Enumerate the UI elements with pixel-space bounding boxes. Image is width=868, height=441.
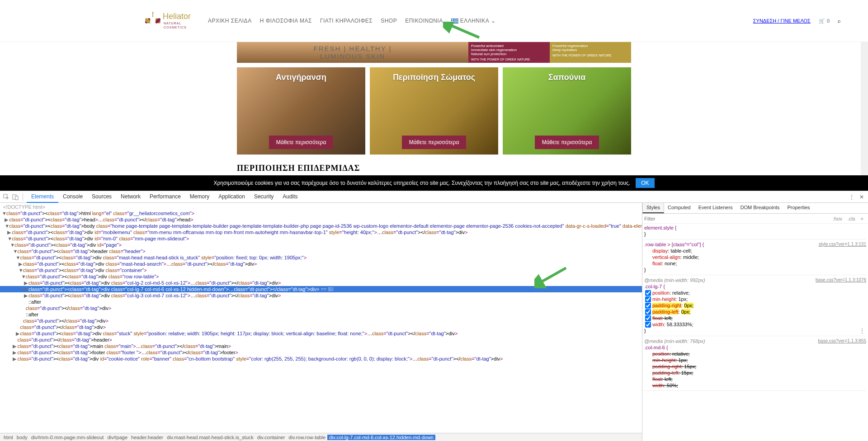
breadcrumb-item[interactable]: header.header (129, 435, 165, 440)
nav-home[interactable]: ΑΡΧΙΚΗ ΣΕΛΙΔΑ (208, 18, 252, 24)
svg-line-14 (448, 24, 479, 38)
annotation-arrow-top (443, 22, 484, 40)
add-rule-icon[interactable]: + (858, 216, 866, 221)
css-decl-checkbox[interactable] (645, 309, 651, 315)
inspect-icon[interactable] (3, 193, 10, 201)
learn-more-button[interactable]: Μάθετε περισσότερα (269, 136, 334, 149)
devtools-toolbar: Elements Console Sources Network Perform… (0, 191, 868, 203)
svg-point-3 (155, 17, 162, 24)
device-toggle-icon[interactable] (12, 193, 19, 201)
hero-mid-panel: Powerful antioxidant Immediate skin rege… (468, 42, 550, 63)
learn-more-button[interactable]: Μάθετε περισσότερα (402, 136, 467, 149)
tab-performance[interactable]: Performance (145, 191, 185, 203)
tab-security[interactable]: Security (250, 191, 278, 203)
hero-line1: FRESH | HEALTHY | (314, 45, 392, 52)
card-title: Περιποίηση Σώματος (375, 73, 493, 82)
elements-breadcrumb[interactable]: htmlbodydiv#mm-0.mm-page.mm-slideoutdiv#… (0, 433, 642, 441)
devtools-panel: Elements Console Sources Network Perform… (0, 191, 868, 441)
logo-line2: COSMETICS (164, 26, 187, 29)
chevron-down-icon: ⌄ (491, 18, 496, 24)
tab-audits[interactable]: Audits (278, 191, 302, 203)
svg-rect-13 (451, 19, 454, 20)
website-viewport: Heliator NATURAL COSMETICS ΑΡΧΙΚΗ ΣΕΛΙΔΑ… (0, 0, 868, 191)
styles-tab-styles[interactable]: Styles (642, 203, 664, 213)
logo[interactable]: Heliator NATURAL COSMETICS (145, 7, 199, 34)
hero-mid-bottom: WITH THE POWER OF GREEK NATURE (471, 58, 547, 61)
nav-contact[interactable]: ΕΠΙΚΟΙΝΩΝΙΑ (405, 18, 443, 24)
svg-line-18 (538, 268, 566, 284)
nav-philosophy[interactable]: Η ΦΙΛΟΣΟΦΙΑ ΜΑΣ (260, 18, 312, 24)
styles-pane: Styles Computed Event Listeners DOM Brea… (642, 203, 868, 441)
styles-filter-input[interactable] (644, 216, 830, 221)
hero-line2: LUMINOUS SKIN (320, 52, 385, 60)
svg-rect-17 (15, 196, 18, 200)
cart-count: 0 (827, 18, 830, 23)
nav-shop[interactable]: SHOP (381, 18, 397, 24)
breadcrumb-item[interactable]: div#mm-0.mm-page.mm-slideout (29, 435, 106, 440)
tab-elements[interactable]: Elements (27, 191, 58, 203)
styles-filter-row: :hov .cls + (642, 214, 868, 224)
styles-tab-computed[interactable]: Computed (664, 203, 695, 213)
card-soaps[interactable]: Σαπούνια Μάθετε περισσότερα (503, 67, 631, 155)
css-decl-checkbox[interactable] (645, 303, 651, 309)
section-title: ΠΕΡΙΠΟΙΗΣΗ ΕΠΙΔΕΡΜΙΔΑΣ (237, 164, 631, 173)
hero-mid3: Natural sun protection (471, 52, 547, 56)
kebab-icon[interactable]: ⋮ (859, 328, 865, 334)
tab-application[interactable]: Application (214, 191, 250, 203)
tab-network[interactable]: Network (116, 191, 145, 203)
close-icon[interactable]: ✕ (858, 193, 865, 201)
hero-right-bottom: WITH THE POWER OF GREEK NATURE (552, 54, 628, 57)
css-decl-checkbox[interactable] (645, 315, 651, 321)
css-decl-checkbox[interactable] (645, 296, 651, 302)
breadcrumb-item[interactable]: body (15, 435, 29, 440)
tab-sources[interactable]: Sources (87, 191, 116, 203)
hero-mid2: Immediate skin regeneration (471, 48, 547, 52)
breadcrumb-item[interactable]: div.container (255, 435, 287, 440)
cart-icon: 🛒 (819, 18, 825, 24)
hov-toggle[interactable]: :hov (830, 216, 845, 221)
login-link[interactable]: ΣΥΝΔΕΣΗ / ΓΙΝΕ ΜΕΛΟΣ (753, 18, 811, 23)
cart-button[interactable]: 🛒 0 (819, 18, 830, 24)
search-icon[interactable]: ⌕ (838, 18, 841, 23)
card-title: Αντιγήρανση (242, 73, 360, 82)
hero-mid1: Powerful antioxidant (471, 44, 547, 48)
hero-main: FRESH | HEALTHY | LUMINOUS SKIN (237, 42, 468, 63)
header-right: ΣΥΝΔΕΣΗ / ΓΙΝΕ ΜΕΛΟΣ 🛒 0 ⌕ (753, 18, 841, 24)
cookie-text: Χρησιμοποιούμε cookies για να σας παρέχο… (213, 180, 630, 186)
annotation-arrow-styles (534, 266, 571, 288)
cookie-accept-button[interactable]: OK (636, 178, 654, 188)
hero-right1: Powerful regeneration (552, 44, 628, 48)
breadcrumb-item[interactable]: div.col-lg-7.col-md-6.col-xs-12.hidden-m… (327, 435, 435, 440)
cls-toggle[interactable]: .cls (845, 216, 858, 221)
tab-memory[interactable]: Memory (185, 191, 214, 203)
breadcrumb-item[interactable]: html (2, 435, 15, 440)
hero-right-panel: Powerful regeneration Deep hydration WIT… (550, 42, 631, 63)
category-cards: Αντιγήρανση Μάθετε περισσότερα Περιποίησ… (237, 67, 631, 155)
learn-more-button[interactable]: Μάθετε περισσότερα (535, 136, 599, 149)
kebab-icon[interactable]: ⋮ (848, 193, 855, 201)
hero-banner: FRESH | HEALTHY | LUMINOUS SKIN Powerful… (237, 42, 631, 63)
tab-console[interactable]: Console (58, 191, 87, 203)
devtools-tabs: Elements Console Sources Network Perform… (27, 191, 302, 203)
styles-tab-breakpoints[interactable]: DOM Breakpoints (737, 203, 784, 213)
styles-rules[interactable]: element.style {}style.css?ver=1.1.3:131.… (642, 224, 868, 441)
breadcrumb-item[interactable]: div#page (105, 435, 129, 440)
card-antiaging[interactable]: Αντιγήρανση Μάθετε περισσότερα (237, 67, 365, 155)
styles-tab-properties[interactable]: Properties (783, 203, 814, 213)
card-title: Σαπούνια (508, 73, 626, 82)
styles-tab-listeners[interactable]: Event Listeners (695, 203, 737, 213)
css-decl-checkbox[interactable] (645, 322, 651, 328)
svg-point-5 (152, 12, 154, 14)
logo-brand-text: Heliator (163, 12, 191, 21)
nav-why[interactable]: ΓΙΑΤΙ ΚΗΡΑΛΟΙΦΕΣ (320, 18, 373, 24)
elements-tree[interactable]: <!DOCTYPE html>▼class="dt-punct"><class=… (0, 203, 642, 441)
styles-tabs: Styles Computed Event Listeners DOM Brea… (642, 203, 868, 214)
card-bodycare[interactable]: Περιποίηση Σώματος Μάθετε περισσότερα (370, 67, 498, 155)
css-decl-checkbox[interactable] (645, 290, 651, 296)
logo-line1: NATURAL (164, 22, 181, 25)
breadcrumb-item[interactable]: div.mast-head.mast-head-stick.is_stuck (165, 435, 255, 440)
svg-point-2 (145, 17, 151, 24)
hero-right2: Deep hydration (552, 48, 628, 52)
site-header: Heliator NATURAL COSMETICS ΑΡΧΙΚΗ ΣΕΛΙΔΑ… (0, 0, 868, 42)
breadcrumb-item[interactable]: div.row.row-table (287, 435, 327, 440)
